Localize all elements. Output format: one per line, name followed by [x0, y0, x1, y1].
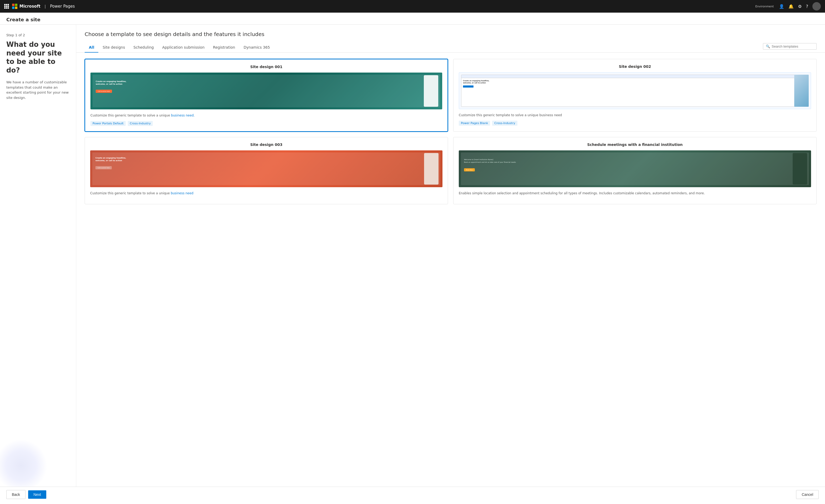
page-header: Create a site — [0, 13, 825, 25]
tab-site-designs[interactable]: Site designs — [98, 43, 129, 53]
back-button[interactable]: Back — [6, 490, 25, 499]
template-preview-003: Create an engaging headline,welcome, or … — [90, 150, 443, 187]
top-navigation: Microsoft | Power Pages Environment 👤 🔔 … — [0, 0, 825, 13]
svg-rect-4 — [6, 6, 7, 7]
template-card-site-design-003[interactable]: Site design 003 Create an engaging headl… — [85, 137, 448, 204]
templates-grid: Site design 001 Create an engaging headl… — [76, 53, 825, 487]
template-title-002: Site design 002 — [459, 64, 811, 69]
environment-info: Environment — [755, 5, 774, 8]
svg-rect-0 — [4, 4, 5, 5]
waffle-menu[interactable] — [4, 4, 9, 9]
sidebar-description: We have a number of customizable templat… — [6, 80, 70, 100]
template-desc-001: Customize this generic template to solve… — [90, 113, 442, 118]
page-title: Create a site — [6, 17, 41, 22]
template-tags-002: Power Pages Blank Cross-Industry — [459, 121, 811, 126]
settings-icon[interactable]: ⚙ — [798, 4, 802, 9]
step-indicator: Step 1 of 2 — [6, 33, 70, 37]
sidebar-title: What do you need your site to be able to… — [6, 40, 70, 74]
template-desc-003: Customize this generic template to solve… — [90, 191, 443, 196]
template-title-003: Site design 003 — [90, 143, 443, 147]
tag-power-portals-default: Power Portals Default — [90, 121, 126, 126]
tag-power-pages-blank: Power Pages Blank — [459, 121, 490, 126]
nav-icons: 👤 🔔 ⚙ ? — [779, 2, 821, 10]
user-avatar[interactable] — [812, 2, 821, 10]
template-preview-001: Create an engaging headline,welcome, or … — [90, 73, 442, 110]
app-name: Power Pages — [50, 4, 75, 9]
tab-all[interactable]: All — [85, 43, 98, 53]
template-tags-001: Power Portals Default Cross-Industry — [90, 121, 442, 126]
help-icon[interactable]: ? — [806, 4, 809, 9]
search-box[interactable]: 🔍 — [763, 43, 817, 50]
template-desc-002: Customize this generic template to solve… — [459, 113, 811, 118]
svg-rect-5 — [8, 6, 9, 7]
content-area: Choose a template to see design details … — [76, 25, 825, 487]
tab-application-submission[interactable]: Application submission — [158, 43, 209, 53]
sidebar: Step 1 of 2 What do you need your site t… — [0, 25, 76, 487]
search-input[interactable] — [772, 45, 814, 48]
search-icon: 🔍 — [766, 45, 770, 48]
template-card-site-design-002[interactable]: Site design 002 Create an engaging headl… — [453, 59, 817, 132]
tag-cross-industry-002: Cross-Industry — [492, 121, 517, 126]
template-card-schedule-meetings[interactable]: Schedule meetings with a financial insti… — [453, 137, 817, 204]
next-button[interactable]: Next — [28, 490, 46, 499]
svg-rect-1 — [6, 4, 7, 5]
person-icon[interactable]: 👤 — [779, 4, 784, 9]
bell-icon[interactable]: 🔔 — [789, 4, 794, 9]
template-title-schedule: Schedule meetings with a financial insti… — [459, 143, 811, 147]
tab-scheduling[interactable]: Scheduling — [129, 43, 158, 53]
template-preview-schedule: Welcome to [Insert Institution Name]Book… — [459, 150, 811, 187]
tab-registration[interactable]: Registration — [209, 43, 239, 53]
sidebar-decoration — [0, 439, 47, 487]
template-title-001: Site design 001 — [90, 65, 442, 69]
content-header: Choose a template to see design details … — [76, 25, 825, 43]
template-desc-link-001[interactable]: business need. — [171, 114, 195, 117]
tab-dynamics-365[interactable]: Dynamics 365 — [239, 43, 274, 53]
microsoft-logo: Microsoft — [12, 4, 41, 9]
template-card-site-design-001[interactable]: Site design 001 Create an engaging headl… — [85, 59, 448, 132]
footer: Back Next Cancel — [0, 487, 825, 502]
environment-label: Environment — [755, 5, 774, 8]
svg-rect-2 — [8, 4, 9, 5]
content-headline: Choose a template to see design details … — [85, 31, 817, 37]
microsoft-text: Microsoft — [19, 4, 41, 9]
template-desc-schedule: Enables simple location selection and ap… — [459, 191, 811, 196]
svg-rect-7 — [6, 7, 7, 9]
tag-cross-industry-001: Cross-Industry — [128, 121, 153, 126]
template-desc-link-003[interactable]: business need — [171, 192, 193, 195]
template-preview-002: Create an engaging headline,welcome, or … — [459, 72, 811, 109]
main-layout: Step 1 of 2 What do you need your site t… — [0, 25, 825, 487]
cancel-button[interactable]: Cancel — [796, 490, 819, 499]
tabs-bar: All Site designs Scheduling Application … — [76, 43, 825, 53]
svg-rect-8 — [8, 7, 9, 9]
svg-rect-6 — [4, 7, 5, 9]
svg-rect-3 — [4, 6, 5, 7]
